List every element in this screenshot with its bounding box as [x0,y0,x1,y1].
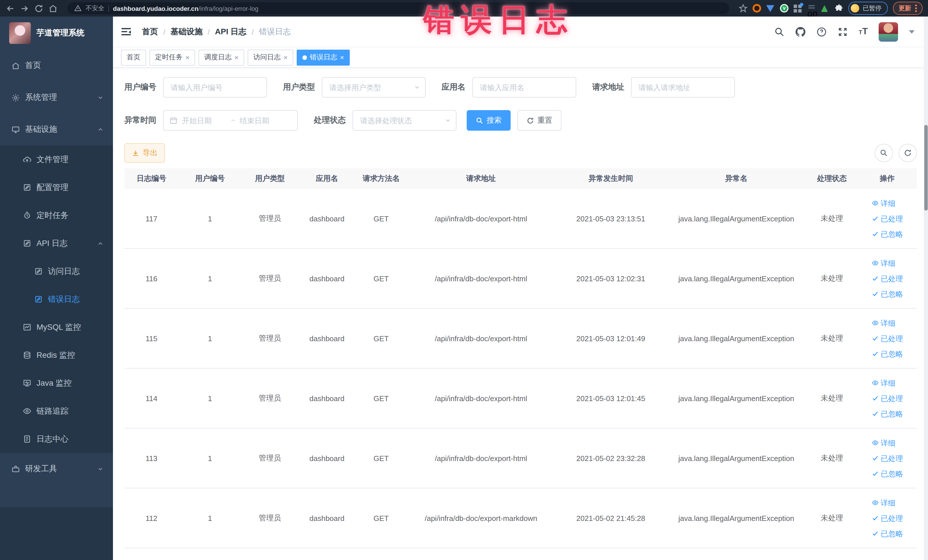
cell-process-status: 未处理 [806,333,858,343]
profile-paused-chip[interactable]: 已暂停 [849,2,888,15]
sidebar-item-tracing[interactable]: 链路追踪 [0,397,113,425]
reset-button[interactable]: 重置 [517,110,562,131]
sidebar-item-config-manage[interactable]: 配置管理 [0,174,113,201]
ignored-link[interactable]: 已忽略 [872,286,903,302]
sidebar-item-error-log[interactable]: 错误日志 [0,285,113,313]
url-text: dashboard.yudao.iocoder.cn/infra/log/api… [113,5,258,12]
ignored-link[interactable]: 已忽略 [872,406,903,421]
sidebar-item-api-log[interactable]: API 日志 [0,229,113,257]
ignored-link[interactable]: 已忽略 [872,346,903,362]
sidebar-item-java-monitor[interactable]: Java 监控 [0,369,113,397]
reload-icon[interactable] [34,4,43,13]
table-row: 117 1 管理员 dashboard GET /api/infra/db-do… [124,189,917,249]
help-icon[interactable] [817,26,827,37]
breadcrumb: 首页 / 基础设施 / API 日志 / 错误日志 [142,26,291,37]
bookmark-star-icon[interactable] [739,4,748,12]
sidebar-toggle-icon[interactable] [121,26,132,37]
refresh-table-button[interactable] [899,144,917,162]
cell-request-url: /api/infra/db-doc/export-html [407,334,555,343]
back-icon[interactable] [6,4,15,13]
search-button[interactable]: 搜索 [467,110,511,131]
user-avatar[interactable] [879,22,898,41]
tab-error-log[interactable]: 错误日志× [297,49,350,65]
tab-scheduled-jobs[interactable]: 定时任务× [150,49,195,65]
sidebar-item-scheduled-jobs[interactable]: 定时任务 [0,201,113,229]
close-icon[interactable]: × [185,55,189,60]
extension-sprout-icon[interactable] [821,4,830,12]
sidebar-item-home[interactable]: 首页 [0,50,113,82]
page-scrollbar[interactable] [924,17,928,560]
address-bar[interactable]: 不安全 dashboard.yudao.iocoder.cn/infra/log… [67,2,729,14]
font-size-icon[interactable]: TT [859,26,868,37]
sidebar-item-mysql-monitor[interactable]: MySQL 监控 [0,313,113,341]
ignored-link[interactable]: 已忽略 [872,526,903,541]
sidebar-item-system[interactable]: 系统管理 [0,82,113,113]
sidebar-item-devtools[interactable]: 研发工具 [0,453,113,485]
user-type-input[interactable] [322,83,414,92]
breadcrumb-infra[interactable]: 基础设施 [171,26,203,37]
processed-link[interactable]: 已处理 [872,331,903,346]
browser-update-button[interactable]: 更新 [893,2,923,15]
process-status-select[interactable] [353,110,456,131]
close-icon[interactable]: × [284,55,288,60]
cell-exception-name: java.lang.IllegalArgumentException [666,274,806,283]
close-icon[interactable]: × [340,55,344,60]
tab-home[interactable]: 首页 [121,49,146,65]
extension-switch-icon[interactable]: on [807,4,816,12]
sidebar-item-file-manage[interactable]: 文件管理 [0,145,113,174]
request-url-input[interactable] [632,83,734,92]
scrollbar-thumb[interactable] [924,125,928,211]
processed-link[interactable]: 已处理 [872,450,903,466]
user-type-select[interactable] [322,77,426,98]
detail-link[interactable]: 详细 [872,375,903,391]
gear-icon [11,93,20,102]
browser-menu-icon[interactable] [915,5,917,12]
sidebar-item-access-log[interactable]: 访问日志 [0,257,113,285]
extensions-puzzle-icon[interactable] [835,4,843,12]
sidebar-item-infra[interactable]: 基础设施 [0,113,113,145]
processed-link[interactable]: 已处理 [872,211,903,226]
search-icon[interactable] [774,26,785,37]
processed-link[interactable]: 已处理 [872,391,903,406]
detail-link-label: 详细 [881,255,896,271]
github-icon[interactable] [795,26,806,37]
ignored-link[interactable]: 已忽略 [872,466,903,481]
extension-adblock-icon[interactable] [752,4,761,12]
app-name-input[interactable] [473,83,576,92]
tab-access-log[interactable]: 访问日志× [247,49,293,65]
cell-exception-name: java.lang.IllegalArgumentException [666,454,806,462]
processed-link[interactable]: 已处理 [872,510,903,526]
extension-v-icon[interactable]: v [780,4,789,12]
detail-link[interactable]: 详细 [872,315,903,331]
export-button[interactable]: 导出 [124,143,165,163]
processed-link[interactable]: 已处理 [872,271,903,286]
breadcrumb-home[interactable]: 首页 [142,26,158,37]
process-status-input[interactable] [353,116,444,125]
fullscreen-icon[interactable] [838,26,848,37]
detail-link[interactable]: 详细 [872,255,903,271]
start-date-input[interactable] [180,116,229,125]
detail-link[interactable]: 详细 [872,195,903,211]
user-id-input[interactable] [164,83,266,92]
detail-link[interactable]: 详细 [872,435,903,450]
ignored-link[interactable]: 已忽略 [872,226,903,242]
detail-link[interactable]: 详细 [872,495,903,510]
detail-link-label: 详细 [881,435,896,450]
cell-log-id: 116 [124,274,179,283]
toggle-search-button[interactable] [875,144,893,162]
home-icon[interactable] [49,4,58,13]
avatar-caret-icon[interactable] [909,30,914,34]
check-icon [872,335,878,342]
end-date-input[interactable] [237,116,286,125]
forward-icon[interactable] [20,4,29,13]
extension-shield-icon[interactable] [766,4,775,12]
tab-schedule-log[interactable]: 调度日志× [198,49,244,65]
extension-grid-icon[interactable] [794,4,802,13]
app-logo[interactable]: 芋道管理系统 [0,17,113,50]
sidebar-item-redis-monitor[interactable]: Redis 监控 [0,341,113,369]
close-icon[interactable]: × [235,55,238,60]
breadcrumb-error-log: 错误日志 [259,26,291,37]
breadcrumb-api-log[interactable]: API 日志 [215,26,246,37]
sidebar-item-log-center[interactable]: 日志中心 [0,425,113,453]
exception-time-range-picker[interactable]: ~ [163,110,298,131]
